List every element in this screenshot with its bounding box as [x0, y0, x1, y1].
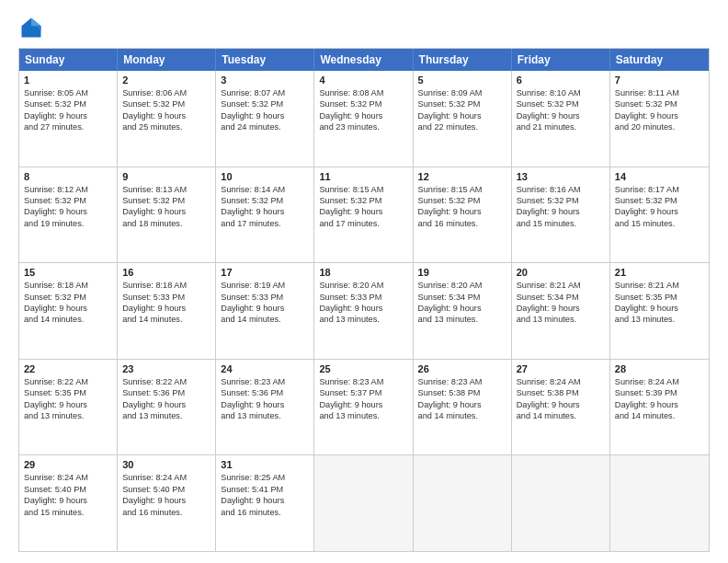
cell-line: and 14 minutes. [221, 314, 309, 325]
cell-line: Sunrise: 8:24 AM [517, 376, 605, 387]
day-cell-4: 4Sunrise: 8:08 AMSunset: 5:32 PMDaylight… [314, 71, 413, 167]
cell-line: Daylight: 9 hours [517, 399, 605, 410]
cell-line: and 16 minutes. [418, 218, 506, 229]
day-cell-23: 23Sunrise: 8:22 AMSunset: 5:36 PMDayligh… [118, 360, 216, 455]
cell-line: and 13 minutes. [24, 410, 112, 421]
cell-line: Sunrise: 8:14 AM [221, 184, 309, 195]
cell-line: and 15 minutes. [517, 218, 605, 229]
day-number: 26 [418, 363, 506, 374]
day-cell-11: 11Sunrise: 8:15 AMSunset: 5:32 PMDayligh… [314, 167, 413, 263]
cell-line: Sunset: 5:36 PM [221, 387, 309, 398]
day-cell-27: 27Sunrise: 8:24 AMSunset: 5:38 PMDayligh… [512, 360, 610, 455]
day-cell-12: 12Sunrise: 8:15 AMSunset: 5:32 PMDayligh… [414, 167, 512, 263]
page: SundayMondayTuesdayWednesdayThursdayFrid… [0, 0, 728, 563]
empty-cell [314, 455, 413, 551]
cell-line: Sunset: 5:32 PM [319, 98, 407, 109]
day-cell-15: 15Sunrise: 8:18 AMSunset: 5:32 PMDayligh… [19, 263, 118, 359]
day-cell-1: 1Sunrise: 8:05 AMSunset: 5:32 PMDaylight… [19, 71, 118, 167]
svg-marker-1 [31, 18, 41, 27]
cell-line: Sunset: 5:32 PM [122, 98, 210, 109]
cell-line: Daylight: 9 hours [615, 110, 704, 121]
cell-line: and 21 minutes. [517, 121, 605, 132]
cell-line: Sunset: 5:40 PM [24, 484, 112, 495]
day-number: 31 [221, 459, 309, 470]
logo-icon [18, 15, 44, 40]
cell-line: Sunrise: 8:10 AM [517, 87, 605, 98]
cell-line: Sunrise: 8:07 AM [221, 87, 309, 98]
cell-line: Sunrise: 8:15 AM [418, 184, 506, 195]
day-number: 25 [319, 363, 407, 374]
cell-line: Sunset: 5:34 PM [418, 292, 506, 303]
cell-line: Sunset: 5:39 PM [615, 387, 704, 398]
calendar: SundayMondayTuesdayWednesdayThursdayFrid… [18, 48, 710, 552]
cell-line: Sunset: 5:33 PM [122, 292, 210, 303]
cell-line: Sunrise: 8:06 AM [122, 87, 210, 98]
cell-line: Sunrise: 8:09 AM [418, 87, 506, 98]
cell-line: Daylight: 9 hours [24, 399, 112, 410]
cell-line: Sunrise: 8:21 AM [615, 280, 704, 291]
cell-line: and 17 minutes. [221, 218, 309, 229]
cell-line: and 25 minutes. [122, 121, 210, 132]
cell-line: Sunset: 5:32 PM [517, 195, 605, 206]
header-day-tuesday: Tuesday [216, 49, 314, 71]
cell-line: Daylight: 9 hours [24, 495, 112, 506]
cell-line: and 27 minutes. [24, 121, 112, 132]
cell-line: and 16 minutes. [122, 507, 210, 518]
day-number: 5 [418, 75, 506, 86]
day-number: 9 [122, 171, 210, 182]
cell-line: Sunset: 5:32 PM [615, 195, 704, 206]
day-cell-17: 17Sunrise: 8:19 AMSunset: 5:33 PMDayligh… [216, 263, 314, 359]
cell-line: Sunrise: 8:23 AM [418, 376, 506, 387]
cell-line: Sunset: 5:32 PM [221, 195, 309, 206]
cell-line: Sunrise: 8:23 AM [221, 376, 309, 387]
cell-line: Sunrise: 8:15 AM [319, 184, 407, 195]
cell-line: Sunset: 5:37 PM [319, 387, 407, 398]
cell-line: Daylight: 9 hours [418, 110, 506, 121]
day-cell-26: 26Sunrise: 8:23 AMSunset: 5:38 PMDayligh… [414, 360, 512, 455]
day-number: 20 [517, 267, 605, 278]
header [18, 15, 710, 40]
day-number: 30 [122, 459, 210, 470]
day-number: 24 [221, 363, 309, 374]
day-cell-19: 19Sunrise: 8:20 AMSunset: 5:34 PMDayligh… [414, 263, 512, 359]
day-number: 11 [319, 171, 407, 182]
cell-line: Daylight: 9 hours [221, 110, 309, 121]
cell-line: Sunset: 5:40 PM [122, 484, 210, 495]
cell-line: and 22 minutes. [418, 121, 506, 132]
empty-cell [512, 455, 610, 551]
day-number: 28 [615, 363, 704, 374]
cell-line: Daylight: 9 hours [221, 495, 309, 506]
cell-line: Sunrise: 8:24 AM [24, 472, 112, 483]
cell-line: Daylight: 9 hours [615, 206, 704, 217]
header-day-friday: Friday [512, 49, 610, 71]
cell-line: Sunset: 5:32 PM [122, 195, 210, 206]
cell-line: Sunrise: 8:22 AM [24, 376, 112, 387]
cell-line: Sunset: 5:35 PM [24, 387, 112, 398]
empty-cell [610, 455, 709, 551]
cell-line: and 13 minutes. [517, 314, 605, 325]
cell-line: and 13 minutes. [319, 410, 407, 421]
day-number: 18 [319, 267, 407, 278]
calendar-header: SundayMondayTuesdayWednesdayThursdayFrid… [19, 49, 709, 71]
cell-line: Sunset: 5:32 PM [418, 195, 506, 206]
day-cell-5: 5Sunrise: 8:09 AMSunset: 5:32 PMDaylight… [414, 71, 512, 167]
day-cell-22: 22Sunrise: 8:22 AMSunset: 5:35 PMDayligh… [19, 360, 118, 455]
cell-line: Sunrise: 8:08 AM [319, 87, 407, 98]
day-cell-2: 2Sunrise: 8:06 AMSunset: 5:32 PMDaylight… [118, 71, 216, 167]
header-day-saturday: Saturday [610, 49, 709, 71]
cell-line: and 20 minutes. [615, 121, 704, 132]
cell-line: and 16 minutes. [221, 507, 309, 518]
cell-line: Daylight: 9 hours [122, 303, 210, 314]
cell-line: Sunrise: 8:11 AM [615, 87, 704, 98]
cell-line: and 24 minutes. [221, 121, 309, 132]
cell-line: Sunrise: 8:17 AM [615, 184, 704, 195]
cell-line: Sunset: 5:32 PM [24, 292, 112, 303]
day-number: 2 [122, 75, 210, 86]
day-number: 17 [221, 267, 309, 278]
day-cell-9: 9Sunrise: 8:13 AMSunset: 5:32 PMDaylight… [118, 167, 216, 263]
day-number: 4 [319, 75, 407, 86]
cell-line: Daylight: 9 hours [122, 495, 210, 506]
day-number: 21 [615, 267, 704, 278]
cell-line: Sunrise: 8:18 AM [122, 280, 210, 291]
day-number: 27 [517, 363, 605, 374]
